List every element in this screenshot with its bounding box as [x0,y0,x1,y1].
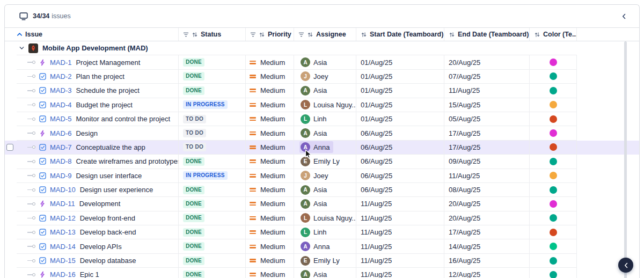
link-handle[interactable] [27,231,35,234]
link-handle[interactable] [27,145,35,149]
color-dot[interactable] [550,72,557,80]
assignee-field[interactable]: AAsia [299,184,331,196]
start-date-cell[interactable]: 06/Aug/25 [356,169,444,183]
assignee-cell[interactable]: AAnna [294,141,356,155]
link-handle[interactable] [27,160,35,163]
color-dot[interactable] [550,186,557,194]
color-dot[interactable] [550,214,557,222]
priority-cell[interactable]: Medium [246,183,294,197]
end-date-cell[interactable]: 16/Aug/25 [444,254,530,268]
end-date-cell[interactable]: 17/Aug/25 [444,126,530,140]
issue-key[interactable]: MAD-6 [50,129,71,137]
sort-icon[interactable] [192,32,198,38]
end-date-cell[interactable]: 12/Aug/25 [444,268,530,278]
start-date-cell[interactable]: 06/Aug/25 [356,141,444,155]
color-dot[interactable] [550,229,557,236]
assignee-field[interactable]: AAnna [299,141,333,153]
issue-summary[interactable]: Design user experience [80,186,153,194]
color-cell[interactable] [530,98,577,112]
link-handle[interactable] [27,245,35,248]
issue-row[interactable]: MAD-9Design user interfaceIN PROGRESSMed… [5,169,639,183]
issue-summary[interactable]: Design user interface [76,172,142,180]
priority-cell[interactable]: Medium [246,126,294,140]
issue-key[interactable]: MAD-10 [50,186,76,194]
priority-cell[interactable]: Medium [246,254,294,268]
link-handle[interactable] [27,202,35,206]
link-handle[interactable] [27,259,35,262]
end-date-cell[interactable]: 15/Aug/25 [444,98,530,112]
color-dot[interactable] [550,129,557,137]
issue-key[interactable]: MAD-9 [50,172,71,180]
issue-row[interactable]: MAD-14Develop APIsDONEMediumAAnna11/Aug/… [5,239,639,253]
issue-summary[interactable]: Schedule the project [76,86,140,94]
assignee-cell[interactable]: AAsia [294,183,356,197]
start-date-cell[interactable]: 11/Aug/25 [356,268,444,278]
issue-key[interactable]: MAD-7 [50,143,71,151]
end-date-cell[interactable]: 17/Aug/25 [444,225,530,239]
issue-summary[interactable]: Development [79,200,121,208]
color-cell[interactable] [530,155,577,169]
issue-key[interactable]: MAD-3 [50,86,71,94]
assignee-cell[interactable]: LLinh [294,112,356,126]
color-cell[interactable] [530,268,577,278]
issue-key[interactable]: MAD-11 [50,200,75,208]
color-cell[interactable] [530,84,577,98]
color-cell[interactable] [530,183,577,197]
link-handle[interactable] [27,131,35,135]
priority-cell[interactable]: Medium [246,55,294,69]
start-date-cell[interactable]: 06/Aug/25 [356,155,444,169]
issue-summary[interactable]: Develop database [80,257,136,265]
issue-row[interactable]: MAD-16Epic 1DONEMediumAAsia11/Aug/2512/A… [5,268,639,278]
column-header-issue[interactable]: Issue [17,28,179,41]
sort-icon[interactable] [361,32,367,38]
status-cell[interactable]: TO DO [179,126,246,140]
link-handle[interactable] [27,216,35,220]
filter-icon[interactable] [298,32,304,38]
link-handle[interactable] [27,103,35,106]
issue-row[interactable]: MAD-5Monitor and control the projectTO D… [5,112,639,126]
assignee-field[interactable]: LLouisa Nguy... [299,99,356,111]
assignee-cell[interactable]: AAnna [294,239,356,253]
issue-row[interactable]: MAD-13Develop back-endDONEMediumLLinh11/… [5,225,639,239]
assignee-field[interactable]: JJoey [299,170,332,181]
assignee-field[interactable]: AAsia [299,85,331,97]
sort-icon[interactable] [259,32,265,38]
issue-summary[interactable]: Plan the project [76,72,124,81]
color-cell[interactable] [530,112,577,126]
start-date-cell[interactable]: 11/Aug/25 [356,254,444,268]
assignee-cell[interactable]: AAsia [294,268,356,278]
priority-cell[interactable]: Medium [246,98,294,112]
assignee-field[interactable]: AAsia [299,198,331,210]
link-handle[interactable] [27,75,35,78]
row-checkbox[interactable] [6,144,13,151]
color-cell[interactable] [530,126,577,140]
issue-row[interactable]: MAD-4Budget the projectIN PROGRESSMedium… [5,98,639,112]
collapse-panel-button[interactable] [620,12,627,21]
assignee-field[interactable]: AAnna [299,240,333,252]
assignee-cell[interactable]: JJoey [294,169,356,183]
issue-summary[interactable]: Develop front-end [80,214,135,222]
issue-row[interactable]: MAD-10Design user experienceDONEMediumAA… [5,183,639,197]
end-date-cell[interactable]: 17/Aug/25 [444,141,530,155]
color-dot[interactable] [550,143,557,151]
start-date-cell[interactable]: 01/Aug/25 [356,84,444,98]
issue-row[interactable]: MAD-3Schedule the projectDONEMediumAAsia… [5,84,639,98]
priority-cell[interactable]: Medium [246,155,294,169]
issue-summary[interactable]: Budget the project [76,101,133,109]
status-cell[interactable]: DONE [179,84,246,98]
end-date-cell[interactable]: 11/Aug/25 [444,169,530,183]
status-cell[interactable]: IN PROGRESS [179,169,246,183]
start-date-cell[interactable]: 11/Aug/25 [356,197,444,211]
assignee-cell[interactable]: AAsia [294,84,356,98]
start-date-cell[interactable]: 11/Aug/25 [356,211,444,225]
status-cell[interactable]: DONE [179,268,246,278]
link-handle[interactable] [27,118,35,121]
end-date-cell[interactable]: 20/Aug/25 [444,211,530,225]
column-header-priority[interactable]: Priority [246,28,294,41]
issue-key[interactable]: MAD-5 [50,115,71,123]
issue-key[interactable]: MAD-16 [50,270,76,278]
vertical-scrollbar[interactable] [624,41,627,278]
column-header-color[interactable]: Color (Te... [530,28,577,41]
priority-cell[interactable]: Medium [246,112,294,126]
end-date-cell[interactable]: 05/Aug/25 [444,112,530,126]
